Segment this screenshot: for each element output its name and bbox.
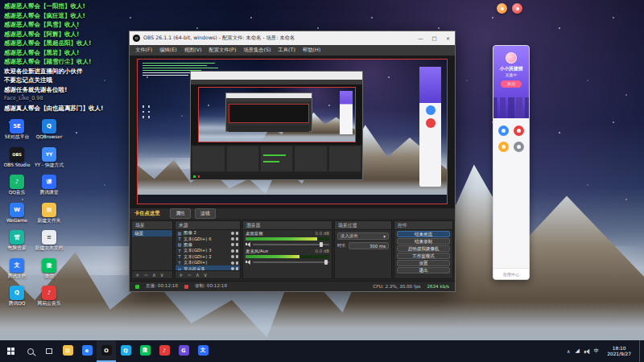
display-capture-preview[interactable] — [137, 59, 448, 204]
taskbar-app-folder[interactable]: ▤ — [58, 340, 77, 362]
visibility-eye-icon[interactable] — [231, 255, 234, 258]
speaker-icon[interactable] — [246, 260, 250, 265]
speaker-icon[interactable] — [246, 242, 250, 247]
sources-dock-header[interactable]: 来源 — [175, 221, 240, 230]
maximize-button[interactable]: □ — [427, 31, 441, 45]
follow-button[interactable]: 关注 — [501, 80, 522, 88]
taskbar-app-obs[interactable]: O — [97, 340, 116, 362]
visibility-eye-icon[interactable] — [231, 232, 234, 235]
visibility-eye-icon[interactable] — [231, 243, 234, 246]
remove-source-button[interactable]: − — [187, 272, 191, 278]
desktop-icon-textfile[interactable]: ≡ 新建文本文档 — [34, 230, 64, 251]
floating-tool-icon-2[interactable] — [512, 3, 522, 14]
minimize-button[interactable]: — — [414, 31, 427, 45]
desktop-icon-guanjia[interactable]: 管 电脑管家 — [2, 230, 32, 251]
mixer-dock-header[interactable]: 混音器 — [243, 221, 332, 230]
visibility-eye-icon[interactable] — [231, 237, 234, 241]
filters-button[interactable]: 滤镜 — [195, 208, 216, 219]
visibility-eye-icon[interactable] — [231, 267, 234, 270]
lock-icon[interactable] — [236, 255, 239, 258]
menu-scene-collection[interactable]: 场景集合(S) — [243, 47, 270, 54]
taskbar-app-browser[interactable]: e — [77, 340, 97, 362]
app-center-label[interactable]: 应用中心 — [493, 268, 529, 279]
lock-icon[interactable] — [236, 267, 239, 270]
stop-recording-button[interactable]: 结束录制 — [397, 238, 450, 245]
desktop-icon-wegame[interactable]: W WeGame — [2, 203, 32, 224]
transition-select[interactable]: 淡入淡出 ▾ — [337, 232, 389, 240]
controls-dock-header[interactable]: 控件 — [394, 221, 452, 230]
streamer-card[interactable]: 小小洪婕猫 直播中 关注 — [493, 46, 529, 118]
lock-icon[interactable] — [236, 249, 239, 253]
desktop-icon-5e[interactable]: 5E 5E对战平台 — [2, 119, 32, 140]
menu-profile[interactable]: 配置文件(P) — [208, 47, 236, 54]
desktop-icon-qqmusic[interactable]: ♪ QQ音乐 — [2, 175, 32, 195]
taskbar-app-music[interactable]: ♪ — [155, 340, 174, 362]
close-button[interactable]: × — [441, 31, 455, 45]
streamer-avatar[interactable] — [506, 52, 517, 64]
volume-icon[interactable] — [584, 348, 589, 354]
task-view-button[interactable] — [40, 340, 58, 362]
more-tool-icon[interactable] — [514, 142, 524, 152]
obs-titlebar[interactable]: O OBS 26.1.1 (64-bit, windows) - 配置文件: 未… — [130, 31, 455, 45]
desktop-icon-folder[interactable]: ▤ 新建文件夹 — [34, 203, 64, 224]
lock-icon[interactable] — [236, 261, 239, 265]
virtual-camera-button[interactable]: 启动虚拟摄像机 — [397, 245, 450, 252]
taskbar-clock[interactable]: 18:10 2021/9/27 — [604, 346, 634, 356]
desktop-icon-ketang[interactable]: 课 腾讯课堂 — [34, 175, 64, 195]
gift-tool-icon[interactable] — [514, 125, 524, 136]
start-button[interactable] — [0, 340, 21, 362]
taskbar-app-wechat[interactable]: 微 — [135, 340, 155, 362]
visibility-eye-icon[interactable] — [231, 249, 234, 253]
input-method-indicator[interactable]: 中 — [594, 348, 600, 355]
tray-expand-icon[interactable]: ∧ — [567, 348, 570, 354]
menu-help[interactable]: 帮助(H) — [303, 47, 320, 54]
desktop-icon-yy[interactable]: YY YY - 快捷方式 — [34, 147, 64, 168]
scenes-dock-header[interactable]: 场景 — [132, 221, 172, 230]
stop-streaming-button[interactable]: 结束推流 — [397, 231, 450, 237]
show-desktop-button[interactable] — [639, 340, 642, 362]
source-item[interactable]: T 文本(GDI+) 2 — [175, 254, 240, 260]
source-item[interactable]: T 文本(GDI+) — [175, 260, 240, 265]
desktop-icon-qq[interactable]: Q 腾讯QQ — [2, 286, 32, 306]
transitions-dock-header[interactable]: 场景过渡 — [335, 221, 391, 230]
search-button[interactable] — [21, 340, 40, 362]
taskbar-app-game[interactable]: G — [174, 340, 193, 362]
menu-edit[interactable]: 编辑(E) — [159, 47, 177, 54]
lock-icon[interactable] — [236, 243, 239, 246]
menu-view[interactable]: 视图(V) — [184, 47, 202, 54]
taskbar-app-qq[interactable]: Q — [116, 340, 135, 362]
add-scene-button[interactable]: + — [135, 272, 139, 278]
lock-icon[interactable] — [236, 232, 239, 235]
duration-input[interactable]: 300 ms — [349, 242, 389, 249]
source-down-button[interactable]: ∨ — [204, 272, 208, 278]
desktop-icon-netease[interactable]: ♪ 网易云音乐 — [34, 286, 64, 306]
remove-scene-button[interactable]: − — [143, 272, 147, 278]
visibility-eye-icon[interactable] — [231, 261, 234, 265]
source-item[interactable]: T 文本(GDI+) 3 — [175, 248, 240, 253]
studio-mode-button[interactable]: 工作室模式 — [397, 253, 450, 259]
source-item-selected[interactable]: ▭ 显示器采集 — [175, 265, 240, 270]
desktop-icon-docs[interactable]: 文 腾讯文档 — [2, 258, 32, 279]
add-source-button[interactable]: + — [179, 272, 183, 278]
source-item[interactable]: ▨ 图像 2 — [175, 230, 240, 236]
settings-button[interactable]: 设置 — [397, 260, 450, 266]
menu-file[interactable]: 文件(F) — [135, 47, 152, 54]
volume-slider[interactable] — [253, 261, 329, 263]
scene-item[interactable]: 场景 — [132, 230, 172, 237]
menu-tools[interactable]: 工具(T) — [278, 47, 295, 54]
desktop-icon-wechat[interactable]: 微 微信 — [34, 258, 64, 279]
taskbar-app-doc[interactable]: 文 — [193, 340, 213, 362]
chat-tool-icon[interactable] — [498, 125, 509, 136]
exit-button[interactable]: 退出 — [397, 267, 450, 274]
source-up-button[interactable]: ∧ — [196, 272, 200, 278]
properties-button[interactable]: 属性 — [170, 208, 191, 219]
scene-down-button[interactable]: ∨ — [160, 272, 164, 278]
scene-up-button[interactable]: ∧ — [152, 272, 156, 278]
lock-icon[interactable] — [236, 237, 239, 241]
desktop-icon-obs[interactable]: OBS OBS Studio — [2, 147, 32, 168]
network-icon[interactable]: ◢ — [575, 348, 579, 354]
volume-slider[interactable] — [253, 244, 329, 245]
desktop-icon-qqbrowser[interactable]: Q QQBrowser — [34, 119, 64, 140]
floating-tool-icon-1[interactable] — [497, 3, 507, 14]
source-item[interactable]: ▨ 图像 — [175, 242, 240, 248]
